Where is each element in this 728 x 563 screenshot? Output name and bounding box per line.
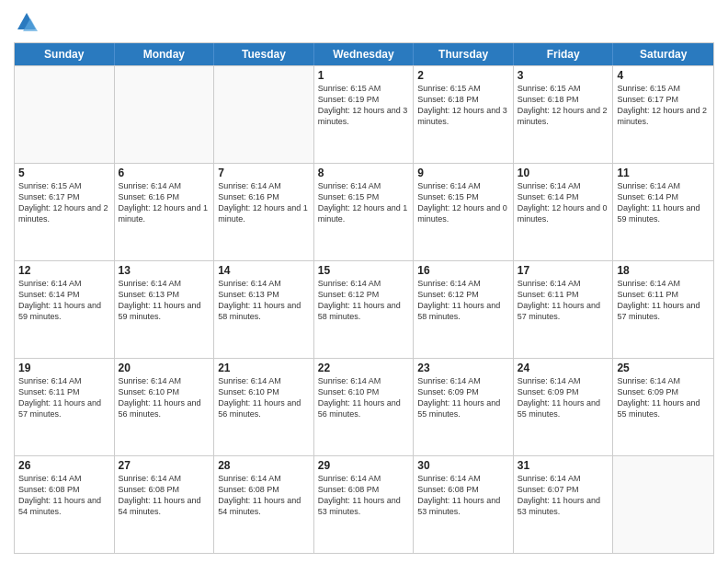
day-number: 26 [18,459,110,472]
day-number: 12 [18,264,110,277]
day-number: 25 [617,362,710,374]
calendar-row: 26Sunrise: 6:14 AM Sunset: 6:08 PM Dayli… [15,455,713,553]
calendar-cell: 19Sunrise: 6:14 AM Sunset: 6:11 PM Dayli… [15,359,115,455]
header [14,9,714,35]
day-info: Sunrise: 6:15 AM Sunset: 6:18 PM Dayligh… [518,83,609,128]
calendar-cell: 29Sunrise: 6:14 AM Sunset: 6:08 PM Dayli… [314,456,415,553]
day-info: Sunrise: 6:14 AM Sunset: 6:13 PM Dayligh… [218,278,310,323]
day-info: Sunrise: 6:14 AM Sunset: 6:12 PM Dayligh… [417,278,509,323]
calendar-cell: 15Sunrise: 6:14 AM Sunset: 6:12 PM Dayli… [314,261,415,358]
day-info: Sunrise: 6:14 AM Sunset: 6:15 PM Dayligh… [318,180,410,225]
day-info: Sunrise: 6:14 AM Sunset: 6:08 PM Dayligh… [417,473,509,518]
day-number: 5 [18,167,110,179]
calendar-cell: 9Sunrise: 6:14 AM Sunset: 6:15 PM Daylig… [414,164,514,260]
day-info: Sunrise: 6:14 AM Sunset: 6:08 PM Dayligh… [218,473,310,518]
day-number: 14 [218,264,310,277]
day-number: 30 [417,459,509,472]
day-number: 31 [518,459,609,472]
calendar-cell: 18Sunrise: 6:14 AM Sunset: 6:11 PM Dayli… [613,261,713,358]
calendar-cell: 10Sunrise: 6:14 AM Sunset: 6:14 PM Dayli… [514,164,614,260]
day-info: Sunrise: 6:14 AM Sunset: 6:14 PM Dayligh… [18,278,110,323]
calendar-cell: 6Sunrise: 6:14 AM Sunset: 6:16 PM Daylig… [115,164,215,260]
day-number: 4 [617,69,710,82]
day-info: Sunrise: 6:14 AM Sunset: 6:14 PM Dayligh… [617,180,710,225]
day-number: 17 [518,264,609,277]
day-info: Sunrise: 6:14 AM Sunset: 6:10 PM Dayligh… [218,375,310,420]
day-info: Sunrise: 6:14 AM Sunset: 6:09 PM Dayligh… [417,375,509,420]
day-number: 27 [119,459,210,472]
day-info: Sunrise: 6:14 AM Sunset: 6:13 PM Dayligh… [119,278,210,323]
page: SundayMondayTuesdayWednesdayThursdayFrid… [0,0,728,563]
day-number: 23 [417,362,509,374]
day-info: Sunrise: 6:14 AM Sunset: 6:07 PM Dayligh… [518,473,609,518]
calendar-cell: 30Sunrise: 6:14 AM Sunset: 6:08 PM Dayli… [414,456,514,553]
calendar-cell: 12Sunrise: 6:14 AM Sunset: 6:14 PM Dayli… [15,261,115,358]
calendar-cell: 16Sunrise: 6:14 AM Sunset: 6:12 PM Dayli… [414,261,514,358]
day-info: Sunrise: 6:14 AM Sunset: 6:11 PM Dayligh… [617,278,710,323]
calendar-cell: 7Sunrise: 6:14 AM Sunset: 6:16 PM Daylig… [214,164,314,260]
day-number: 20 [119,362,210,374]
day-info: Sunrise: 6:14 AM Sunset: 6:09 PM Dayligh… [518,375,609,420]
day-number: 24 [518,362,609,374]
calendar-cell: 4Sunrise: 6:15 AM Sunset: 6:17 PM Daylig… [613,66,713,163]
weekday-header: Sunday [15,43,115,65]
logo-icon [14,9,40,35]
day-number: 19 [18,362,110,374]
day-info: Sunrise: 6:15 AM Sunset: 6:17 PM Dayligh… [18,180,110,225]
day-number: 3 [518,69,609,82]
day-number: 29 [318,459,410,472]
calendar-cell: 3Sunrise: 6:15 AM Sunset: 6:18 PM Daylig… [514,66,614,163]
calendar-cell [613,456,713,553]
day-info: Sunrise: 6:14 AM Sunset: 6:08 PM Dayligh… [318,473,410,518]
calendar-cell: 27Sunrise: 6:14 AM Sunset: 6:08 PM Dayli… [115,456,215,553]
calendar-cell: 1Sunrise: 6:15 AM Sunset: 6:19 PM Daylig… [314,66,415,163]
day-info: Sunrise: 6:15 AM Sunset: 6:18 PM Dayligh… [417,83,509,128]
calendar-cell [115,66,215,163]
day-info: Sunrise: 6:14 AM Sunset: 6:09 PM Dayligh… [617,375,710,420]
calendar-cell [15,66,115,163]
calendar-row: 5Sunrise: 6:15 AM Sunset: 6:17 PM Daylig… [15,163,713,260]
day-info: Sunrise: 6:14 AM Sunset: 6:11 PM Dayligh… [518,278,609,323]
calendar-cell: 17Sunrise: 6:14 AM Sunset: 6:11 PM Dayli… [514,261,614,358]
calendar: SundayMondayTuesdayWednesdayThursdayFrid… [14,42,714,554]
day-info: Sunrise: 6:14 AM Sunset: 6:16 PM Dayligh… [119,180,210,225]
day-number: 28 [218,459,310,472]
day-info: Sunrise: 6:15 AM Sunset: 6:17 PM Dayligh… [617,83,710,128]
day-number: 2 [417,69,509,82]
calendar-cell: 25Sunrise: 6:14 AM Sunset: 6:09 PM Dayli… [613,359,713,455]
day-info: Sunrise: 6:14 AM Sunset: 6:11 PM Dayligh… [18,375,110,420]
day-number: 6 [119,167,210,179]
calendar-cell: 8Sunrise: 6:14 AM Sunset: 6:15 PM Daylig… [314,164,415,260]
weekday-header: Friday [514,43,614,65]
calendar-cell: 11Sunrise: 6:14 AM Sunset: 6:14 PM Dayli… [613,164,713,260]
day-info: Sunrise: 6:14 AM Sunset: 6:16 PM Dayligh… [218,180,310,225]
calendar-row: 12Sunrise: 6:14 AM Sunset: 6:14 PM Dayli… [15,260,713,358]
day-number: 22 [318,362,410,374]
day-number: 13 [119,264,210,277]
day-number: 10 [518,167,609,179]
day-info: Sunrise: 6:14 AM Sunset: 6:15 PM Dayligh… [417,180,509,225]
weekday-header: Wednesday [314,43,415,65]
calendar-row: 19Sunrise: 6:14 AM Sunset: 6:11 PM Dayli… [15,358,713,455]
weekday-header: Tuesday [214,43,314,65]
day-number: 7 [218,167,310,179]
day-number: 9 [417,167,509,179]
calendar-cell: 31Sunrise: 6:14 AM Sunset: 6:07 PM Dayli… [514,456,614,553]
calendar-body: 1Sunrise: 6:15 AM Sunset: 6:19 PM Daylig… [15,65,713,553]
calendar-cell [214,66,314,163]
calendar-cell: 5Sunrise: 6:15 AM Sunset: 6:17 PM Daylig… [15,164,115,260]
calendar-cell: 22Sunrise: 6:14 AM Sunset: 6:10 PM Dayli… [314,359,415,455]
calendar-cell: 13Sunrise: 6:14 AM Sunset: 6:13 PM Dayli… [115,261,215,358]
day-number: 8 [318,167,410,179]
weekday-header: Saturday [613,43,713,65]
day-info: Sunrise: 6:14 AM Sunset: 6:14 PM Dayligh… [518,180,609,225]
calendar-row: 1Sunrise: 6:15 AM Sunset: 6:19 PM Daylig… [15,65,713,163]
calendar-cell: 2Sunrise: 6:15 AM Sunset: 6:18 PM Daylig… [414,66,514,163]
calendar-header: SundayMondayTuesdayWednesdayThursdayFrid… [15,43,713,65]
calendar-cell: 28Sunrise: 6:14 AM Sunset: 6:08 PM Dayli… [214,456,314,553]
day-number: 11 [617,167,710,179]
day-info: Sunrise: 6:14 AM Sunset: 6:08 PM Dayligh… [119,473,210,518]
calendar-cell: 24Sunrise: 6:14 AM Sunset: 6:09 PM Dayli… [514,359,614,455]
day-info: Sunrise: 6:15 AM Sunset: 6:19 PM Dayligh… [318,83,410,128]
day-number: 15 [318,264,410,277]
